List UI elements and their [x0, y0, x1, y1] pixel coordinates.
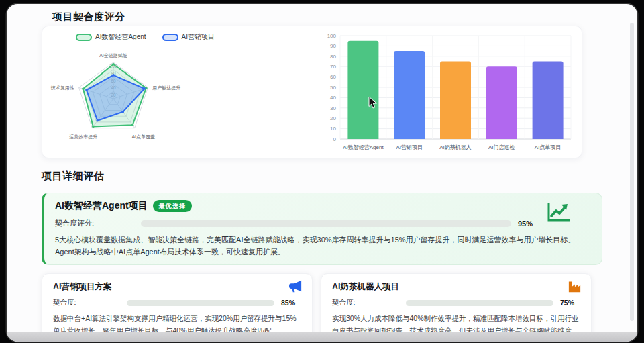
factory-icon [568, 280, 582, 295]
svg-text:技术复用性: 技术复用性 [50, 85, 74, 91]
svg-text:70: 70 [330, 64, 336, 70]
svg-text:10: 10 [330, 126, 336, 132]
score-value: 85% [281, 299, 301, 307]
svg-text:50: 50 [330, 85, 336, 91]
svg-text:0: 0 [333, 136, 337, 142]
svg-text:30: 30 [330, 105, 336, 111]
svg-text:60: 60 [330, 74, 336, 80]
marketing-project-title: AI营销项目方案 [53, 281, 301, 293]
best-choice-badge: 最优选择 [153, 200, 192, 212]
radar-chart[interactable]: 10080604020AI全链路赋能用户触达提升AI点单覆盖运营效率提升技术复用… [42, 37, 264, 158]
score-progress-track [127, 300, 274, 306]
megaphone-icon [288, 280, 303, 295]
featured-project-title: AI数智经营Agent项目 [55, 200, 148, 212]
score-progress-track [406, 300, 553, 306]
app-window: 项目契合度评分 AI数智经营AgentAI营销项目 10080604020AI全… [7, 4, 637, 342]
window-bottom-bezel [7, 332, 637, 342]
fit-score-chart-card: AI数智经营AgentAI营销项目 10080604020AI全链路赋能用户触达… [42, 26, 582, 158]
score-value: 75% [560, 299, 580, 307]
svg-text:AI点单项目: AI点单项目 [535, 144, 561, 150]
mouse-cursor [368, 96, 378, 112]
score-label: 契合度: [332, 298, 406, 307]
trend-up-chart-icon [544, 201, 571, 227]
score-label: 契合度: [53, 298, 127, 307]
svg-text:100: 100 [327, 33, 337, 39]
detail-section-title: 项目详细评估 [42, 170, 104, 183]
bar-chart[interactable]: 0102030405060708090100AI数智经营AgentAI营销项目A… [320, 29, 576, 158]
svg-text:AI奶茶机器人: AI奶茶机器人 [439, 144, 472, 150]
robot-project-title: AI奶茶机器人项目 [332, 281, 580, 293]
score-label: 契合度评分: [55, 218, 141, 228]
score-progress-track [141, 220, 511, 227]
svg-text:用户触达提升: 用户触达提升 [152, 85, 180, 91]
svg-text:20: 20 [330, 115, 336, 121]
featured-project-card: AI数智经营Agent项目 最优选择 契合度评分: 95% 5大核心模块覆盖数据… [42, 193, 602, 265]
score-value: 95% [518, 219, 538, 228]
svg-text:AI营销项目: AI营销项目 [396, 144, 423, 150]
svg-text:AI数智经营Agent: AI数智经营Agent [343, 144, 384, 150]
svg-text:AI门店巡检: AI门店巡检 [488, 144, 515, 150]
vertical-scrollbar[interactable] [630, 23, 634, 321]
svg-text:AI点单覆盖: AI点单覆盖 [131, 134, 155, 140]
fit-score-section-title: 项目契合度评分 [52, 11, 125, 23]
svg-text:AI全链路赋能: AI全链路赋能 [99, 53, 127, 58]
featured-project-description: 5大核心模块覆盖数据集成、智能决策全链路，完美匹配AI全链路赋能战略，实现30%… [55, 234, 590, 258]
svg-text:40: 40 [330, 95, 336, 101]
svg-text:运营效率提升: 运营效率提升 [69, 134, 97, 140]
svg-text:90: 90 [330, 43, 336, 49]
svg-text:80: 80 [330, 54, 336, 60]
